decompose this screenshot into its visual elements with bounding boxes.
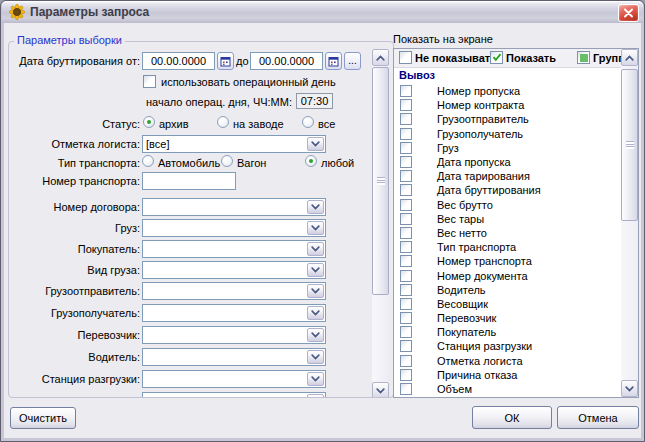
date-from-input[interactable]: 00.00.0000 [142,52,215,70]
status-archive-label[interactable]: архив [159,118,189,130]
cargo-combo[interactable] [142,219,326,237]
list-item[interactable]: Дата пропуска [395,155,603,169]
dropdown-button[interactable] [307,263,324,277]
checkbox-icon[interactable] [400,113,412,125]
list-item[interactable]: Станция разгрузки [395,339,603,353]
list-item[interactable]: Покупатель [395,325,603,339]
buyer-combo[interactable] [142,240,326,258]
list-item[interactable]: Вес тары [395,212,603,226]
checkbox-icon[interactable] [400,85,412,97]
dropdown-button[interactable] [307,242,324,256]
checkbox-icon[interactable] [400,241,412,253]
checkbox-icon[interactable] [400,255,412,267]
transport-type-wagon-label[interactable]: Вагон [237,157,266,169]
list-item[interactable]: Тип транспорта [395,240,603,254]
close-button[interactable] [618,4,639,22]
legend-show-checkbox[interactable] [490,51,503,64]
list-item[interactable]: Номер контракта [395,98,603,112]
transport-type-wagon-radio[interactable] [221,155,233,167]
list-item[interactable]: Груз [395,141,603,155]
dropdown-button[interactable] [307,306,324,320]
status-at-plant-label[interactable]: на заводе [233,118,284,130]
scroll-up-button[interactable] [621,49,638,66]
list-item[interactable]: Грузополучатель [395,127,603,141]
list-item[interactable]: Причина отказа [395,368,603,382]
list-item[interactable]: Номер транспорта [395,254,603,268]
cancel-button[interactable]: Отмена [557,406,639,429]
scroll-down-button[interactable] [372,382,389,398]
checkbox-icon[interactable] [400,298,412,310]
list-item[interactable]: Объем [395,382,603,396]
checkbox-icon[interactable] [400,326,412,338]
dropdown-button[interactable] [307,284,324,298]
transport-type-auto-label[interactable]: Автомобиль [158,157,220,169]
partial-combo-row[interactable] [142,392,326,398]
list-item[interactable]: Номер пропуска [395,84,603,98]
checkbox-icon[interactable] [400,213,412,225]
date-from-calendar-button[interactable] [217,52,234,70]
checkbox-icon[interactable] [400,312,412,324]
checkbox-icon[interactable] [400,227,412,239]
contract-number-combo[interactable] [142,198,326,216]
status-all-radio[interactable] [302,116,314,128]
legend-hide-checkbox[interactable] [399,51,412,64]
date-to-input[interactable]: 00.00.0000 [250,52,323,70]
checkbox-icon[interactable] [400,369,412,381]
date-to-calendar-button[interactable] [325,52,342,70]
checkbox-icon[interactable] [400,170,412,182]
dropdown-button[interactable] [307,221,324,235]
list-item[interactable]: Водитель [395,283,603,297]
scroll-down-button[interactable] [621,380,638,397]
checkbox-icon[interactable] [400,383,412,395]
transport-type-auto-radio[interactable] [142,155,154,167]
status-all-label[interactable]: все [318,118,335,130]
unload-station-combo[interactable] [142,370,326,388]
transport-number-input[interactable] [142,172,236,190]
dropdown-button[interactable] [307,350,324,364]
carrier-combo[interactable] [142,326,326,344]
use-operational-day-checkbox[interactable] [143,75,156,88]
list-scrollbar[interactable] [621,49,638,397]
dropdown-button[interactable] [307,394,324,398]
list-item[interactable]: Дата бруттирования [395,183,603,197]
clear-button[interactable]: Очистить [10,407,76,429]
dropdown-button[interactable] [307,200,324,214]
checkbox-icon[interactable] [400,199,412,211]
transport-type-any-radio[interactable] [305,155,317,167]
ok-button[interactable]: ОК [472,406,552,429]
list-item[interactable]: Грузоотправитель [395,112,603,126]
list-item[interactable]: Вес нетто [395,226,603,240]
dropdown-button[interactable] [307,328,324,342]
checkbox-icon[interactable] [400,156,412,168]
driver-combo[interactable] [142,348,326,366]
shipper-combo[interactable] [142,282,326,300]
list-item[interactable]: Весовщик [395,297,603,311]
dropdown-button[interactable] [307,372,324,386]
checkbox-icon[interactable] [400,340,412,352]
list-item[interactable]: Вес брутто [395,198,603,212]
left-panel-scrollbar[interactable] [372,49,389,398]
scroll-up-button[interactable] [372,49,389,66]
checkbox-icon[interactable] [400,128,412,140]
list-item[interactable]: Дата тарирования [395,169,603,183]
status-at-plant-radio[interactable] [217,116,229,128]
consignee-combo[interactable] [142,304,326,322]
checkbox-icon[interactable] [400,270,412,282]
cargo-kind-combo[interactable] [142,261,326,279]
checkbox-icon[interactable] [400,99,412,111]
list-item[interactable]: Отметка логиста [395,354,603,368]
titlebar[interactable]: Параметры запроса [2,1,643,23]
checkbox-icon[interactable] [400,184,412,196]
logist-mark-combo[interactable]: [все] [142,135,326,153]
list-item[interactable]: Номер документа [395,268,603,282]
status-archive-radio[interactable] [143,116,155,128]
legend-group-checkbox[interactable] [577,51,590,64]
scrollbar-thumb[interactable] [621,69,638,221]
list-item[interactable]: Перевозчик [395,311,603,325]
checkbox-icon[interactable] [400,284,412,296]
scrollbar-thumb[interactable] [372,67,389,295]
transport-type-any-label[interactable]: любой [321,157,354,169]
checkbox-icon[interactable] [400,355,412,367]
checkbox-icon[interactable] [400,142,412,154]
date-more-button[interactable]: ... [344,52,361,70]
